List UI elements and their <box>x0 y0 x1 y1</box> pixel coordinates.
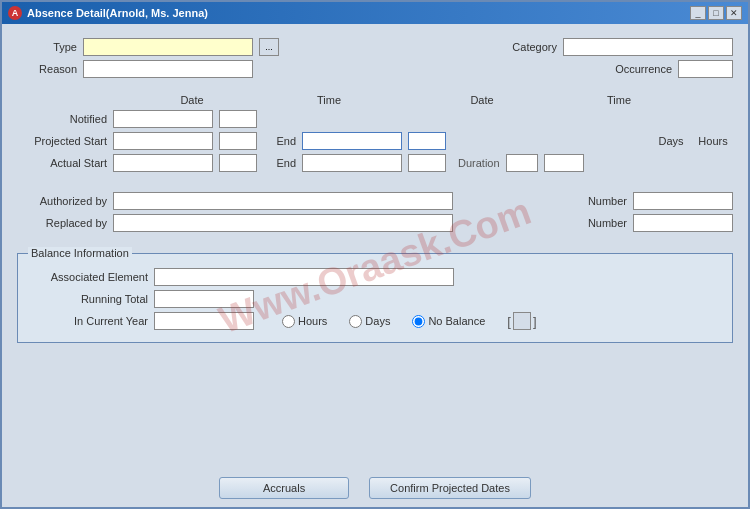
radio-hours-item[interactable]: Hours <box>282 315 327 328</box>
minimize-button[interactable]: _ <box>690 6 706 20</box>
act-end-label: End <box>271 157 296 169</box>
type-label: Type <box>17 41 77 53</box>
associated-element-label: Associated Element <box>28 271 148 283</box>
proj-end-label: End <box>271 135 296 147</box>
in-current-year-label: In Current Year <box>28 315 148 327</box>
date-header-notified: Date <box>147 94 237 106</box>
date-header2: Date <box>437 94 527 106</box>
category-label: Category <box>512 41 557 53</box>
radio-no-balance[interactable] <box>412 315 425 328</box>
in-current-year-input[interactable] <box>154 312 254 330</box>
balance-section: Balance Information Associated Element R… <box>17 253 733 343</box>
title-bar: A Absence Detail(Arnold, Ms. Jenna) _ □ … <box>2 2 748 24</box>
duration-label: Duration <box>458 157 500 169</box>
actual-end-time-input[interactable] <box>408 154 446 172</box>
notified-input[interactable]: 27-APR-2019 <box>113 110 213 128</box>
replaced-by-label: Replaced by <box>17 217 107 229</box>
type-input[interactable] <box>83 38 253 56</box>
radio-no-balance-item[interactable]: No Balance <box>412 315 485 328</box>
radio-no-balance-label: No Balance <box>428 315 485 327</box>
days-label: Days <box>655 135 687 147</box>
authorized-by-input[interactable] <box>113 192 453 210</box>
running-total-label: Running Total <box>28 293 148 305</box>
category-input[interactable] <box>563 38 733 56</box>
projected-end-input[interactable] <box>302 132 402 150</box>
notified-time-input[interactable] <box>219 110 257 128</box>
number-label1: Number <box>588 195 627 207</box>
confirm-projected-dates-button[interactable]: Confirm Projected Dates <box>369 477 531 499</box>
balance-title: Balance Information <box>28 247 132 259</box>
hours-label: Hours <box>693 135 733 147</box>
number-label2: Number <box>588 217 627 229</box>
radio-days-item[interactable]: Days <box>349 315 390 328</box>
number-input1[interactable] <box>633 192 733 210</box>
radio-days[interactable] <box>349 315 362 328</box>
projected-end-time-input[interactable] <box>408 132 446 150</box>
maximize-button[interactable]: □ <box>708 6 724 20</box>
time-header2: Time <box>607 94 647 106</box>
browse-button[interactable]: ... <box>259 38 279 56</box>
close-button[interactable]: ✕ <box>726 6 742 20</box>
footer: Accruals Confirm Projected Dates <box>2 469 748 507</box>
actual-end-input[interactable] <box>302 154 402 172</box>
projected-start-time-input[interactable] <box>219 132 257 150</box>
associated-element-input[interactable] <box>154 268 454 286</box>
radio-days-label: Days <box>365 315 390 327</box>
authorized-by-label: Authorized by <box>17 195 107 207</box>
reason-label: Reason <box>17 63 77 75</box>
radio-hours-label: Hours <box>298 315 327 327</box>
replaced-by-input[interactable] <box>113 214 453 232</box>
actual-start-time-input[interactable] <box>219 154 257 172</box>
actual-start-label: Actual Start <box>17 157 107 169</box>
radio-hours[interactable] <box>282 315 295 328</box>
number-input2[interactable] <box>633 214 733 232</box>
running-total-input[interactable] <box>154 290 254 308</box>
projected-start-input[interactable] <box>113 132 213 150</box>
duration-days-input[interactable] <box>506 154 538 172</box>
small-checkbox[interactable] <box>513 312 531 330</box>
window-controls[interactable]: _ □ ✕ <box>690 6 742 20</box>
occurrence-label: Occurrence <box>615 63 672 75</box>
time-header: Time <box>317 94 357 106</box>
notified-label: Notified <box>17 113 107 125</box>
window-icon: A <box>8 6 22 20</box>
accruals-button[interactable]: Accruals <box>219 477 349 499</box>
duration-hours-input[interactable] <box>544 154 584 172</box>
occurrence-input[interactable] <box>678 60 733 78</box>
reason-input[interactable] <box>83 60 253 78</box>
bracket-control: [ ] <box>507 312 536 330</box>
actual-start-input[interactable] <box>113 154 213 172</box>
window-title: Absence Detail(Arnold, Ms. Jenna) <box>27 7 208 19</box>
projected-start-label: Projected Start <box>17 135 107 147</box>
